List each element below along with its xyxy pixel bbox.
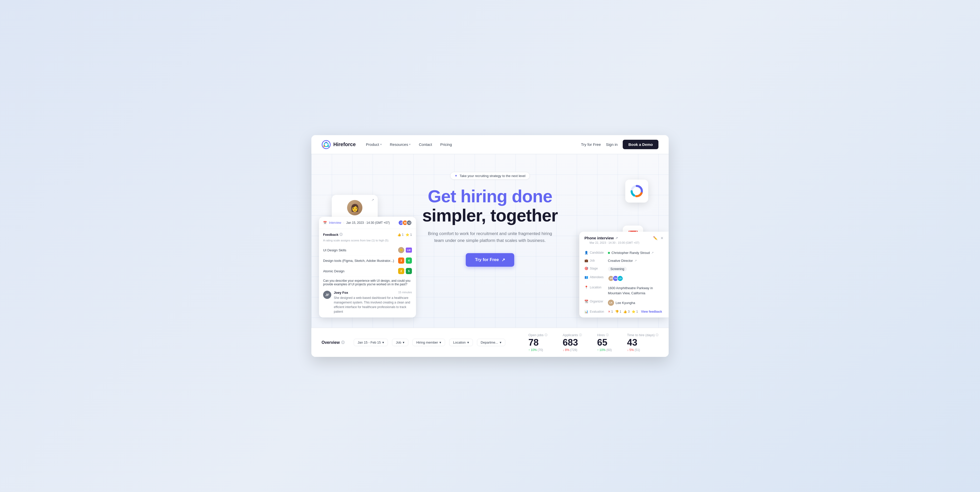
hero-subtitle: Bring comfort to work for recruitment an… [426,230,554,244]
location-value: 1600 Amphitheatre Parkway in Mountain Vi… [608,286,663,296]
hires-change: ↑ 10% (60) [597,348,612,352]
avatar-3: +2 [406,220,412,225]
view-feedback-link[interactable]: View feedback [641,310,662,313]
eval-star-icon: ⭐ [632,310,635,313]
attendees-icon: 👥 [584,275,588,279]
hireforce-logo-icon [321,140,331,149]
nav-contact[interactable]: Contact [419,142,432,147]
briefcase-icon: 💼 [584,259,588,262]
commenter-info: Joey Fox 15 minutes She designed a web-b… [334,291,412,314]
eval-thumbsup: 👍 3 [623,310,630,313]
organizer-label: 📆 Organizer [584,300,605,303]
location-chevron-icon: ▾ [467,340,469,344]
thumbsdown-icon: 👎 [615,310,619,313]
skill-name-0: UI Design Skills [323,248,346,252]
applicants-label: Applicants ⓘ [563,333,582,337]
svg-point-0 [322,141,330,149]
eval-scores: ✕ 1 👎 1 👍 3 [608,310,662,313]
overview-info-icon: ⓘ [341,340,345,345]
skill-row-1: Design tools (Figma, Sketch, Adobe Illus… [323,256,412,266]
navbar: Hireforce Product ▾ Resources ▾ Contact … [311,135,669,154]
metric-time-to-hire: Time to hire (days) ⓘ 43 ↓ 5% (51) [627,333,659,352]
interview-card: 📅 Interview · Jan 15, 2023 · 14:30 (GMT … [319,217,416,318]
open-jobs-label: Open jobs ⓘ [528,333,547,337]
calendar-icon: 📅 [323,221,327,225]
phone-card-top: Phone interview ↗ ✏️ ✕ Mar 22, 2023 · 14… [579,232,669,247]
edit-icon[interactable]: ✏️ [653,236,657,240]
att-avatar-3: LS [617,275,623,281]
skill-row-2: Atomic Design 2 5 [323,266,412,276]
organizer-name: LK Lee Kyungha [608,300,635,306]
hiring-member-filter[interactable]: Hiring member ▾ [412,339,445,346]
brand-name: Hireforce [333,142,356,147]
logo-area[interactable]: Hireforce [321,140,356,149]
job-link-icon[interactable]: ↗ [635,259,637,262]
phone-organizer-row: 📆 Organizer LK Lee Kyungha [579,298,669,308]
candidate-label: 👤 Candidate [584,251,605,254]
job-label: 💼 Job [584,259,605,262]
stage-value: Screening [608,267,627,271]
nav-resources[interactable]: Resources ▾ [390,142,411,147]
thumbs-up-icon: 👍 [397,233,401,236]
phone-card-title: Phone interview ↗ [584,236,618,240]
skill-row-0: UI Design Skills 🙂 LM [323,245,412,256]
time-info-icon: ⓘ [655,333,659,337]
skill-badge-yellow: 2 [398,268,404,274]
feedback-scores: 👍 1 ⭐ 1 [397,233,412,236]
feedback-row: Feedback ⓘ 👍 1 ⭐ 1 [323,232,412,237]
svg-point-3 [328,145,329,147]
hires-value: 65 [597,338,612,347]
evaluation-label: 📊 Evaluation [584,310,605,313]
eval-star: ⭐ 1 [632,310,638,313]
skill-avatar-0: 🙂 [398,247,404,253]
donut-chart-card [625,180,648,203]
external-link-icon[interactable]: ↗ [371,198,374,202]
hires-up-arrow-icon: ↑ [597,348,599,352]
commenter-name: Joey Fox [334,291,348,294]
donut-chart [629,184,644,198]
time-to-hire-label: Time to hire (days) ⓘ [627,333,659,337]
external-link-icon-phone[interactable]: ↗ [615,236,618,240]
info-icon: ⓘ [339,232,342,237]
candidate-link-icon[interactable]: ↗ [651,251,654,254]
nav-product[interactable]: Product ▾ [366,142,382,147]
overview-section: Overview ⓘ Jan 15 - Feb 15 ▾ Job ▾ Hirin… [311,328,669,357]
stage-icon: 🎯 [584,267,588,270]
skill-actions-0: 🙂 LM [398,247,412,253]
hero-badge: ✦ Take your recruiting strategy to the n… [450,172,530,180]
up-arrow-icon: ↑ [528,348,530,352]
phone-body: 👤 Candidate Christopher Randy Stroud ↗ 💼 [579,247,669,318]
sign-in-link[interactable]: Sign in [606,142,617,147]
phone-header-actions: ✏️ ✕ [653,236,663,240]
date-chevron-icon: ▾ [382,340,384,344]
person-icon: 👤 [584,251,588,254]
metrics-row: Open jobs ⓘ 78 ↑ 10% (70) Applicants ⓘ [509,333,659,352]
job-chevron-icon: ▾ [403,340,404,344]
eval-thumbsdown: 👎 1 [615,310,621,313]
interview-body: Feedback ⓘ 👍 1 ⭐ 1 [319,229,416,318]
skill-actions-1: 3 4 [398,257,412,264]
date-range-filter[interactable]: Jan 15 - Feb 15 ▾ [354,339,388,346]
comment-text: She designed a web-based dashboard for a… [334,296,412,314]
book-demo-button[interactable]: Book a Demo [623,140,659,149]
try-free-nav-link[interactable]: Try for Free [581,142,601,147]
overview-title: Overview ⓘ [321,340,345,345]
close-icon[interactable]: ✕ [660,236,663,240]
location-filter[interactable]: Location ▾ [449,339,473,346]
feedback-label: Feedback ⓘ [323,232,342,237]
metric-applicants: Applicants ⓘ 683 ↓ 8% (728) [563,333,582,352]
nav-pricing[interactable]: Pricing [440,142,452,147]
main-content: ✦ Take your recruiting strategy to the n… [311,154,669,328]
job-filter[interactable]: Job ▾ [392,339,408,346]
department-filter[interactable]: Departme... ▾ [477,339,505,346]
eval-icon: 📊 [584,310,588,313]
commenter-avatar: JF [323,291,331,299]
nav-links: Product ▾ Resources ▾ Contact Pricing [366,142,571,147]
open-jobs-info-icon: ⓘ [545,333,547,337]
hero-cta-button[interactable]: Try for Free ↗ [466,253,514,267]
star-icon: ⭐ [406,233,409,236]
candidate-name: Christopher Randy Stroud ↗ [608,251,654,255]
applicants-change: ↓ 8% (728) [563,348,582,352]
phone-date: Mar 22, 2023 · 14:30 - 15:00 (GMT +07) [584,241,663,247]
hires-label: Hires ⓘ [597,333,612,337]
